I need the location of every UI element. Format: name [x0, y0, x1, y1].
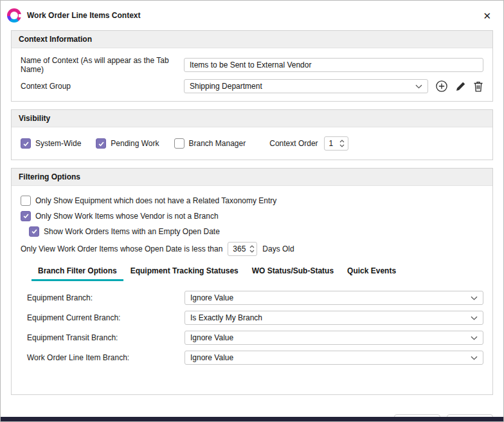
filtering-options-body: Only Show Equipment which does not have …: [12, 186, 492, 372]
checkbox-label: Only Show Work Items whose Vendor is not…: [35, 212, 219, 221]
context-group-value: Shipping Department: [190, 82, 262, 91]
name-of-context-row: Name of Context (As will appear as the T…: [21, 56, 483, 74]
app-logo-icon: [7, 8, 21, 23]
chevron-down-icon: [471, 296, 478, 300]
equipment-current-branch-dropdown[interactable]: Is Exactly My Branch: [184, 311, 483, 325]
context-information-group: Context Information Name of Context (As …: [11, 30, 493, 102]
checkbox-label: Show Work Orders Items with an Empty Ope…: [44, 227, 220, 236]
checkbox-label: Branch Manager: [189, 139, 246, 148]
context-information-header: Context Information: [12, 31, 492, 48]
equipment-transit-branch-dropdown[interactable]: Ignore Value: [184, 331, 483, 345]
work-order-line-item-branch-label: Work Order Line Item Branch:: [27, 353, 184, 362]
visibility-group: Visibility System-Wide Pending Work: [11, 109, 493, 160]
work-order-line-item-branch-row: Work Order Line Item Branch: Ignore Valu…: [27, 351, 483, 365]
checkbox-label: Pending Work: [111, 139, 159, 148]
context-order-value: 1: [329, 139, 334, 148]
equipment-transit-branch-row: Equipment Transit Branch: Ignore Value: [27, 331, 483, 345]
equipment-current-branch-label: Equipment Current Branch:: [27, 313, 184, 322]
work-order-line-items-context-dialog: Work Order Line Items Context ✕ Context …: [0, 0, 504, 422]
equipment-branch-row: Equipment Branch: Ignore Value: [27, 291, 483, 305]
visibility-body: System-Wide Pending Work Branch Manager …: [12, 127, 492, 160]
visibility-header: Visibility: [12, 110, 492, 127]
checkbox-box: [21, 196, 31, 206]
filter-checkbox-row: Show Work Orders Items with an Empty Ope…: [29, 225, 483, 238]
tab-quick-events[interactable]: Quick Events: [341, 264, 402, 281]
filter-tabs: Branch Filter Options Equipment Tracking…: [32, 264, 483, 281]
equipment-current-branch-value: Is Exactly My Branch: [190, 313, 262, 322]
open-date-prefix-label: Only View Work Order Items whose Open Da…: [21, 244, 222, 253]
equipment-branch-dropdown[interactable]: Ignore Value: [184, 291, 483, 305]
context-group-label: Context Group: [21, 82, 184, 91]
chevron-down-icon: [471, 356, 478, 360]
checkbox-box: [174, 138, 184, 149]
branch-filter-options-panel: Equipment Branch: Ignore Value Equipment…: [27, 291, 483, 365]
checkbox-branch-manager[interactable]: Branch Manager: [174, 138, 246, 149]
close-icon[interactable]: ✕: [480, 9, 494, 23]
chevron-down-icon: [471, 316, 478, 320]
work-order-line-item-branch-dropdown[interactable]: Ignore Value: [184, 351, 483, 365]
checkbox-empty-open-date[interactable]: Show Work Orders Items with an Empty Ope…: [29, 226, 220, 237]
tab-branch-filter-options[interactable]: Branch Filter Options: [32, 264, 123, 281]
filtering-options-header: Filtering Options: [12, 169, 492, 186]
context-order-label: Context Order: [269, 139, 318, 148]
checkbox-box: [21, 138, 31, 149]
context-group-dropdown[interactable]: Shipping Department: [184, 79, 428, 93]
bottom-strip: [1, 417, 503, 421]
tab-equipment-tracking-statuses[interactable]: Equipment Tracking Statuses: [124, 264, 245, 281]
visibility-row: System-Wide Pending Work Branch Manager …: [21, 136, 483, 151]
equipment-transit-branch-value: Ignore Value: [190, 333, 233, 342]
tab-wo-status-sub-status[interactable]: WO Status/Sub-Status: [246, 264, 340, 281]
checkbox-pending-work[interactable]: Pending Work: [96, 138, 159, 149]
equipment-current-branch-row: Equipment Current Branch: Is Exactly My …: [27, 311, 483, 325]
checkbox-label: System-Wide: [35, 139, 81, 148]
spinner-arrows-icon[interactable]: [339, 140, 345, 147]
titlebar: Work Order Line Items Context ✕: [1, 1, 503, 30]
checkbox-box: [29, 226, 39, 237]
context-order-field: Context Order 1: [269, 136, 348, 151]
equipment-transit-branch-label: Equipment Transit Branch:: [27, 333, 184, 342]
context-group-row: Context Group Shipping Department: [21, 79, 483, 93]
equipment-branch-value: Ignore Value: [190, 293, 233, 302]
spinner-arrows-icon[interactable]: [249, 245, 255, 253]
open-date-row: Only View Work Order Items whose Open Da…: [21, 242, 483, 256]
window-title: Work Order Line Items Context: [27, 11, 140, 20]
context-order-spinner[interactable]: 1: [324, 136, 348, 151]
days-old-value: 365: [233, 244, 246, 253]
checkbox-box: [96, 138, 106, 149]
name-of-context-label: Name of Context (As will appear as the T…: [21, 56, 184, 74]
filter-checkbox-row: Only Show Equipment which does not have …: [21, 194, 483, 207]
equipment-branch-label: Equipment Branch:: [27, 293, 184, 302]
trash-icon[interactable]: [473, 80, 483, 93]
filter-checkbox-row: Only Show Work Items whose Vendor is not…: [21, 209, 483, 223]
chevron-down-icon: [471, 336, 478, 340]
name-of-context-input[interactable]: [184, 58, 483, 72]
checkbox-box: [21, 211, 31, 221]
edit-pencil-icon[interactable]: [455, 80, 466, 93]
work-order-line-item-branch-value: Ignore Value: [190, 353, 233, 362]
checkbox-label: Only Show Equipment which does not have …: [35, 196, 276, 205]
context-information-body: Name of Context (As will appear as the T…: [12, 48, 492, 101]
days-old-spinner[interactable]: 365: [228, 242, 257, 256]
chevron-down-icon: [415, 84, 422, 89]
checkbox-no-related-taxonomy[interactable]: Only Show Equipment which does not have …: [21, 196, 276, 206]
add-circle-icon[interactable]: [435, 80, 448, 93]
checkbox-system-wide[interactable]: System-Wide: [21, 138, 81, 149]
filtering-options-group: Filtering Options Only Show Equipment wh…: [11, 168, 493, 395]
open-date-suffix-label: Days Old: [262, 244, 294, 253]
checkbox-vendor-not-branch[interactable]: Only Show Work Items whose Vendor is not…: [21, 211, 219, 221]
